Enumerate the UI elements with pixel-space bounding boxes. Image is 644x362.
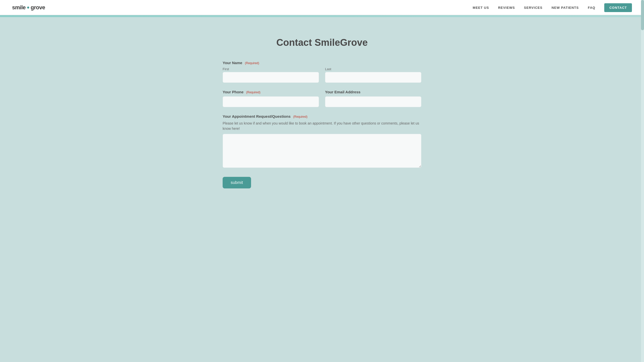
- name-required: (Required): [245, 61, 259, 65]
- contact-form: Your Name (Required) First Last Your Pho…: [223, 61, 421, 188]
- name-label: Your Name: [223, 61, 242, 65]
- phone-group: Your Phone (Required): [223, 90, 319, 107]
- appointment-description: Please let us know if and when you would…: [223, 121, 421, 131]
- phone-label: Your Phone: [223, 90, 244, 94]
- nav-link-reviews[interactable]: REVIEWS: [498, 6, 515, 10]
- nav-link-contact[interactable]: CONTACT: [604, 3, 632, 12]
- name-section: Your Name (Required) First Last: [223, 61, 421, 83]
- appointment-section: Your Appointment Request/Questions (Requ…: [223, 114, 421, 169]
- logo-text-2: grove: [31, 4, 45, 11]
- nav-links: MEET US REVIEWS SERVICES NEW PATIENTS FA…: [473, 5, 632, 10]
- nav-item-faq[interactable]: FAQ: [588, 5, 595, 10]
- logo[interactable]: smile grove: [12, 4, 45, 11]
- email-input[interactable]: [325, 96, 421, 107]
- nav-link-faq[interactable]: FAQ: [588, 6, 595, 10]
- nav-link-services[interactable]: SERVICES: [524, 6, 543, 10]
- logo-text-1: smile: [12, 4, 26, 11]
- nav-item-meet-us[interactable]: MEET US: [473, 5, 489, 10]
- first-label: First: [223, 67, 319, 71]
- appointment-required: (Required): [293, 115, 307, 118]
- page-title: Contact SmileGrove: [276, 37, 368, 48]
- appointment-textarea[interactable]: [223, 134, 421, 168]
- last-name-group: Last: [325, 67, 421, 83]
- email-label: Your Email Address: [325, 90, 360, 94]
- name-label-row: Your Name (Required): [223, 61, 421, 65]
- nav-item-new-patients[interactable]: NEW PATIENTS: [551, 5, 579, 10]
- nav-item-reviews[interactable]: REVIEWS: [498, 5, 515, 10]
- last-label: Last: [325, 67, 421, 71]
- accent-bar: [0, 15, 644, 17]
- first-name-input[interactable]: [223, 72, 319, 83]
- first-name-group: First: [223, 67, 319, 83]
- name-inputs-row: First Last: [223, 67, 421, 83]
- phone-email-row: Your Phone (Required) Your Email Address: [223, 90, 421, 107]
- phone-input[interactable]: [223, 96, 319, 107]
- scrollbar-thumb[interactable]: [641, 0, 644, 30]
- appointment-label: Your Appointment Request/Questions: [223, 114, 291, 118]
- appointment-label-row: Your Appointment Request/Questions (Requ…: [223, 114, 421, 119]
- main-content: Contact SmileGrove Your Name (Required) …: [0, 17, 644, 219]
- last-name-input[interactable]: [325, 72, 421, 83]
- scrollbar[interactable]: [641, 0, 644, 362]
- phone-required: (Required): [246, 91, 261, 94]
- nav-item-contact[interactable]: CONTACT: [604, 5, 632, 10]
- nav-link-new-patients[interactable]: NEW PATIENTS: [551, 6, 579, 10]
- nav-item-services[interactable]: SERVICES: [524, 5, 543, 10]
- nav-link-meet-us[interactable]: MEET US: [473, 6, 489, 10]
- submit-button[interactable]: submit: [223, 177, 251, 188]
- logo-dot-icon: [27, 7, 29, 9]
- phone-label-row: Your Phone (Required): [223, 90, 319, 94]
- email-label-row: Your Email Address: [325, 90, 421, 94]
- email-group: Your Email Address: [325, 90, 421, 107]
- navbar: smile grove MEET US REVIEWS SERVICES NEW…: [0, 0, 644, 15]
